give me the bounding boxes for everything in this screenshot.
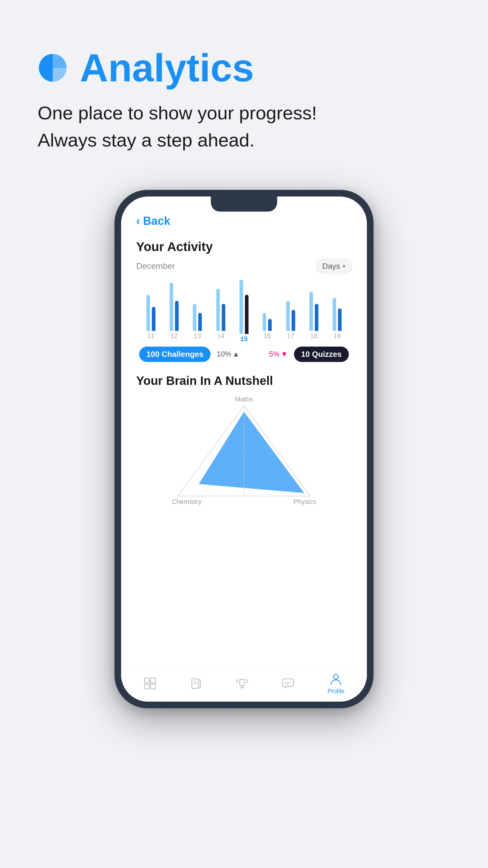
bar-light-14 [216,289,220,331]
phone-screen: ‹ Back Your Activity December Days ▾ [121,196,367,702]
svg-text:Chemistry: Chemistry [172,498,201,505]
header-subtitle: One place to show your progress! Always … [38,99,450,154]
back-button[interactable]: Back [143,215,170,227]
bar-light-18 [310,292,313,331]
nav-item-trophy[interactable] [235,677,249,690]
phone-container: ‹ Back Your Activity December Days ▾ [0,172,488,733]
analytics-pie-icon [38,53,68,83]
bar-light-17 [286,301,290,331]
activity-controls: December Days ▾ [136,259,352,274]
bar-group-18: 18 [302,280,325,340]
svg-rect-14 [151,684,156,689]
nav-item-book[interactable] [190,677,203,690]
day-label-18: 18 [310,332,318,340]
bar-group-19: 19 [326,280,349,340]
bar-group-17: 17 [279,280,302,340]
bar-light-13 [193,304,196,331]
back-chevron-icon[interactable]: ‹ [136,215,140,227]
bar-dark-11 [152,307,156,331]
phone-notch [211,196,277,212]
phone-mockup: ‹ Back Your Activity December Days ▾ [115,190,373,708]
radar-chart: Maths Chemistry Physics [136,391,352,517]
bar-group-13: 13 [186,280,209,340]
svg-rect-11 [144,678,150,683]
bar-group-15[interactable]: 15 [232,280,255,340]
bar-light-15 [239,280,243,334]
chat-icon [281,677,295,690]
down-arrow-icon: ▼ [281,350,288,358]
day-label-16: 16 [264,332,271,340]
trophy-icon [235,677,249,690]
bar-dark-18 [315,304,318,331]
day-label-13: 13 [194,332,201,340]
bar-group-16: 16 [256,280,279,340]
bar-group-12: 12 [162,280,186,340]
brain-title: Your Brain In A Nutshell [136,374,352,388]
bar-dark-12 [175,301,178,331]
day-label-12: 12 [170,332,178,340]
up-arrow-icon: ▲ [232,350,239,358]
bar-light-11 [147,295,150,331]
svg-point-22 [333,675,338,679]
svg-rect-12 [151,678,156,683]
nav-item-grid[interactable] [143,677,157,690]
bar-dark-14 [222,304,225,331]
day-label-15: 15 [240,335,248,343]
change-up: 10% ▲ [217,350,239,358]
bar-selected-15 [245,295,249,334]
bar-dark-19 [338,308,341,331]
profile-nav-label: Profile [327,688,345,695]
bar-light-12 [170,283,173,331]
challenges-badge[interactable]: 100 Challenges [139,347,210,362]
day-label-17: 17 [287,332,294,340]
bar-group-11: 11 [139,280,162,340]
bar-light-16 [263,313,266,331]
bar-chart: 11 12 [136,280,352,340]
dropdown-arrow-icon: ▾ [343,262,346,270]
profile-icon [329,673,343,686]
svg-rect-13 [144,684,150,689]
activity-section: Your Activity December Days ▾ [121,234,367,371]
svg-marker-4 [199,412,304,493]
change-down: 5% ▼ [269,350,288,358]
bar-dark-16 [268,319,272,331]
bar-dark-13 [198,313,202,331]
bar-light-19 [332,298,336,331]
svg-text:Maths: Maths [235,397,253,403]
activity-title: Your Activity [136,240,352,254]
brain-section: Your Brain In A Nutshell [121,371,367,520]
title-row: Analytics [38,48,450,87]
svg-text:Physics: Physics [293,498,316,505]
header-section: Analytics One place to show your progres… [0,0,488,172]
page-title: Analytics [80,48,254,87]
days-dropdown[interactable]: Days ▾ [316,259,352,274]
day-label-19: 19 [333,332,341,340]
month-label: December [136,261,175,271]
screen-content: ‹ Back Your Activity December Days ▾ [121,196,367,702]
day-label-14: 14 [217,332,224,340]
nav-item-chat[interactable] [281,677,295,690]
quizzes-badge[interactable]: 10 Quizzes [294,347,349,362]
nav-item-profile[interactable]: Profile [327,673,345,695]
bar-group-14: 14 [209,280,232,340]
grid-icon [143,677,157,690]
day-label-11: 11 [147,332,154,340]
radar-svg: Maths Chemistry Physics [166,397,322,511]
stats-row: 100 Challenges 10% ▲ 5% ▼ 10 Quizzes [136,344,352,368]
bar-dark-17 [292,310,295,331]
book-icon [190,677,203,690]
bottom-nav: Profile [121,665,367,702]
